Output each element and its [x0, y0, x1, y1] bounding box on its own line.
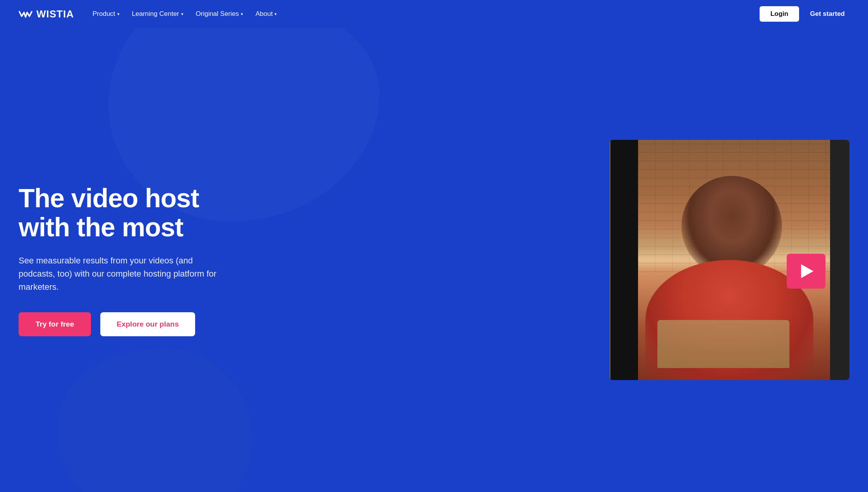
nav-about-label: About	[256, 10, 273, 18]
hero-section: The video host with the most See measura…	[0, 28, 868, 492]
hero-subtext: See measurable results from your videos …	[19, 254, 220, 294]
navbar-left: WISTIA Product ▾ Learning Center ▾ Origi…	[19, 7, 281, 21]
hero-text: The video host with the most See measura…	[19, 184, 243, 336]
logo-text: WISTIA	[36, 8, 74, 20]
nav-product-label: Product	[93, 10, 115, 18]
navbar-right: Login Get started	[760, 6, 849, 22]
hero-headline: The video host with the most	[19, 184, 243, 242]
nav-about[interactable]: About ▾	[251, 7, 281, 21]
nav-original-series-label: Original Series	[196, 10, 239, 18]
about-chevron-icon: ▾	[274, 12, 277, 17]
video-thumbnail[interactable]	[609, 140, 849, 380]
explore-plans-button[interactable]: Explore our plans	[100, 312, 195, 336]
nav-items: Product ▾ Learning Center ▾ Original Ser…	[88, 7, 281, 21]
nav-original-series[interactable]: Original Series ▾	[191, 7, 248, 21]
login-button[interactable]: Login	[760, 6, 799, 22]
play-button[interactable]	[787, 254, 825, 289]
hero-video-area	[259, 140, 849, 380]
logo[interactable]: WISTIA	[19, 8, 74, 20]
nav-learning-center-label: Learning Center	[132, 10, 179, 18]
play-icon	[801, 264, 813, 278]
product-chevron-icon: ▾	[117, 12, 120, 17]
hero-content: The video host with the most See measura…	[0, 117, 868, 403]
get-started-button[interactable]: Get started	[805, 6, 849, 22]
navbar: WISTIA Product ▾ Learning Center ▾ Origi…	[0, 0, 868, 28]
original-series-chevron-icon: ▾	[241, 12, 243, 17]
nav-learning-center[interactable]: Learning Center ▾	[127, 7, 188, 21]
laptop	[657, 320, 789, 368]
wistia-logo-icon	[19, 9, 33, 19]
try-for-free-button[interactable]: Try for free	[19, 312, 91, 336]
nav-product[interactable]: Product ▾	[88, 7, 124, 21]
hero-buttons: Try for free Explore our plans	[19, 312, 243, 336]
video-edge	[609, 140, 611, 380]
learning-center-chevron-icon: ▾	[181, 12, 184, 17]
